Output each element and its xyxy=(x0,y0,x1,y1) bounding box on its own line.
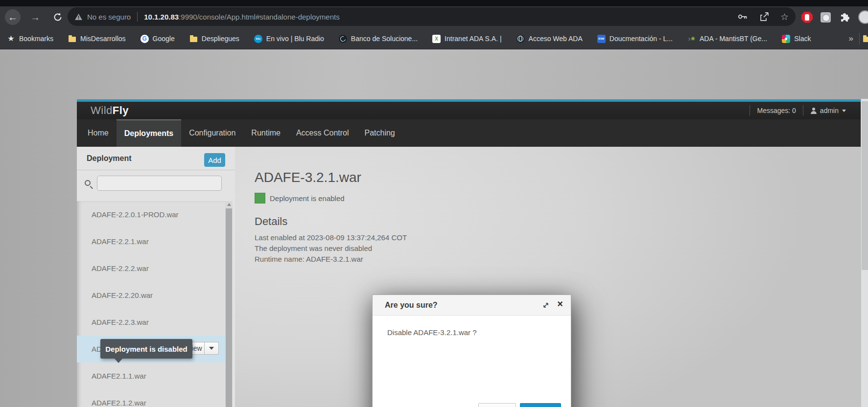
back-button[interactable]: ← xyxy=(5,9,21,25)
bookmark-label: Despliegues xyxy=(202,35,239,43)
deployment-item-label: ADAFE-2.2.1.war xyxy=(92,237,149,246)
browser-page-scrollbar-thumb[interactable] xyxy=(862,101,868,270)
bookmark-item[interactable]: Bookmarks xyxy=(7,35,53,43)
nav-tab[interactable]: Configuration xyxy=(181,119,243,147)
wildfly-console: WildFly Messages: 0 admin Home Deploymen… xyxy=(77,99,861,407)
dialog-message: Disable ADAFE-3.2.1.war ? xyxy=(387,328,571,337)
details-heading: Details xyxy=(255,215,861,228)
nav-tab[interactable]: Home xyxy=(80,119,117,147)
bookmark-favicon xyxy=(339,35,347,43)
bookmark-item[interactable]: Intranet ADA S.A. | xyxy=(432,35,501,43)
dialog-maximize-icon[interactable] xyxy=(542,302,549,309)
bookmark-item[interactable]: Banco de Solucione... xyxy=(339,35,418,43)
bookmark-favicon xyxy=(516,35,525,43)
bookmark-favicon xyxy=(687,35,696,43)
confirm-button[interactable]: Confirm xyxy=(520,403,561,407)
browser-page-scrollbar[interactable] xyxy=(861,99,868,407)
scrollbar-up-arrow-icon[interactable] xyxy=(225,201,233,208)
bookmark-item[interactable]: Slack xyxy=(782,35,811,43)
dialog-header[interactable]: Are you sure? × xyxy=(373,295,571,316)
browser-tab-strip xyxy=(0,0,868,6)
bookmark-label: Doucmentación - L... xyxy=(610,35,673,43)
password-key-icon[interactable] xyxy=(737,11,748,22)
dialog-buttons: Cancel Confirm xyxy=(478,403,561,407)
extensions-puzzle-icon[interactable] xyxy=(839,11,850,23)
deployment-list-item[interactable]: ADAFE2.1.1.war xyxy=(77,362,225,389)
bookmark-label: Bookmarks xyxy=(19,35,53,43)
sidebar-header: Deployment Add xyxy=(77,147,235,170)
url-path: :9990/console/App.html#standalone-deploy… xyxy=(179,13,340,21)
url-bar[interactable]: No es seguro 10.1.20.83:9990/console/App… xyxy=(68,7,796,26)
deployment-list-item[interactable]: ADAFE-2.2.1.war xyxy=(77,228,225,255)
nav-tab[interactable]: Deployments xyxy=(117,119,181,147)
bookmark-star-icon[interactable]: ☆ xyxy=(780,12,789,22)
bookmark-item[interactable]: Acceso Web ADA xyxy=(516,35,583,43)
view-dropdown-caret-button[interactable] xyxy=(205,342,219,355)
forward-button[interactable]: → xyxy=(27,9,43,25)
bookmark-favicon xyxy=(68,35,76,43)
bookmark-item[interactable]: Despliegues xyxy=(189,35,239,43)
nav-tab[interactable]: Runtime xyxy=(243,119,288,147)
enabled-status-label: Deployment is enabled xyxy=(270,194,345,203)
deployment-list-item[interactable]: ADAFE-2.2.20.war xyxy=(77,282,225,309)
deployment-disabled-tooltip: Deployment is disabled xyxy=(100,339,192,359)
detail-lines: Last enabled at 2023-08-09 13:37:24,264 … xyxy=(255,232,861,265)
cancel-button[interactable]: Cancel xyxy=(478,403,516,407)
add-deployment-button[interactable]: Add xyxy=(204,153,225,167)
sidebar-scrollbar[interactable] xyxy=(225,201,233,407)
console-header-right: Messages: 0 admin xyxy=(743,102,846,119)
security-label[interactable]: No es seguro xyxy=(87,13,131,21)
reload-button[interactable] xyxy=(50,9,66,25)
url-host: 10.1.20.83 xyxy=(144,13,179,21)
bookmark-item[interactable]: MisDesarrollos xyxy=(68,35,126,43)
messages-link[interactable]: Messages: 0 xyxy=(757,107,796,114)
other-bookmarks-folder-icon[interactable] xyxy=(863,35,868,43)
bookmarks-list: Bookmarks MisDesarrollos Google Desplieg… xyxy=(7,28,811,49)
deployment-title: ADAFE-3.2.1.war xyxy=(255,170,861,185)
share-icon[interactable] xyxy=(759,11,770,22)
sidebar-scrollbar-thumb[interactable] xyxy=(226,208,232,407)
bookmark-label: En vivo | Blu Radio xyxy=(266,35,324,43)
header-separator xyxy=(750,105,750,116)
bookmark-item[interactable]: Google xyxy=(141,35,175,43)
bookmarks-separator xyxy=(859,33,860,45)
bookmark-item[interactable]: Doucmentación - L... xyxy=(597,35,673,43)
omnibox-right-icons: ☆ xyxy=(737,11,789,22)
deployment-list-item[interactable]: ADAFE-2.2.3.war xyxy=(77,309,225,336)
bookmark-item[interactable]: En vivo | Blu Radio xyxy=(254,35,324,43)
deployment-list-item[interactable]: ADAFE-2.2.2.war xyxy=(77,255,225,282)
bookmark-label: Slack xyxy=(794,35,811,43)
bookmarks-overflow-chevron[interactable]: » xyxy=(849,34,853,44)
sidebar-search-row xyxy=(77,170,235,201)
deployment-search-input[interactable] xyxy=(97,176,222,191)
deployment-item-label: ADAFE-2.2.2.war xyxy=(92,264,149,272)
nav-tab[interactable]: Access Control xyxy=(288,119,357,147)
user-menu-label[interactable]: admin xyxy=(820,107,839,114)
url-text[interactable]: 10.1.20.83:9990/console/App.html#standal… xyxy=(144,13,339,21)
bookmarks-bar: Bookmarks MisDesarrollos Google Desplieg… xyxy=(0,28,868,49)
gray-extension-icon[interactable] xyxy=(821,12,831,23)
deployment-list-item[interactable]: ADAFE2.1.2.war xyxy=(77,389,225,407)
wildfly-logo: WildFly xyxy=(91,104,129,117)
dialog-title: Are you sure? xyxy=(385,301,438,310)
extension-icons xyxy=(801,6,868,28)
page-background: WildFly Messages: 0 admin Home Deploymen… xyxy=(0,49,868,407)
bookmark-item[interactable]: ADA - MantisBT (Ge... xyxy=(687,35,767,43)
bookmark-label: Google xyxy=(153,35,175,43)
screen: ← → No es seguro 10.1.20.83:9990/console… xyxy=(0,0,868,407)
deployment-list-item[interactable]: ADAFE-2.2.0.1-PROD.war xyxy=(77,201,225,228)
deployment-item-label: ADAFE2.1.2.war xyxy=(92,399,146,407)
browser-nav-buttons: ← → xyxy=(5,6,66,28)
deployment-item-label: ADAFE-2.2.3.war xyxy=(92,318,149,326)
bookmark-label: Acceso Web ADA xyxy=(529,35,583,43)
adblock-extension-icon[interactable] xyxy=(801,12,813,23)
user-menu-caret-icon[interactable] xyxy=(842,110,846,112)
profile-avatar[interactable] xyxy=(858,10,868,24)
console-body: Deployment Add ADAFE-2.2.0.1-PROD.war AD… xyxy=(77,147,861,407)
bookmarks-overflow-area: » xyxy=(849,28,868,49)
nav-tab[interactable]: Patching xyxy=(357,119,403,147)
not-secure-warning-icon xyxy=(74,13,83,21)
nav-tab-label: Runtime xyxy=(251,129,281,137)
logo-fly: Fly xyxy=(113,104,129,116)
dialog-close-icon[interactable]: × xyxy=(557,299,563,309)
